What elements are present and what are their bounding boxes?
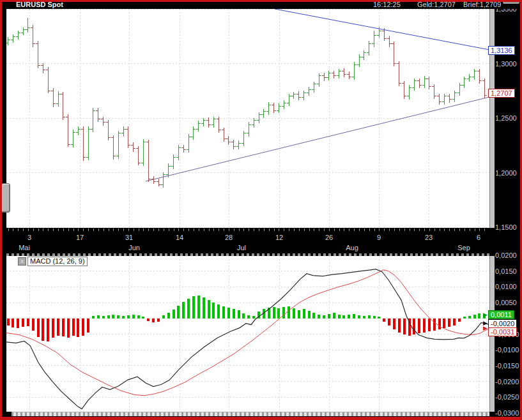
macd-axis-label: -0,0150 (495, 362, 519, 370)
time-axis-tick (384, 229, 385, 231)
price-axis-label: 1,1500 (495, 223, 517, 231)
bottom-scrollbar[interactable] (12, 412, 489, 416)
month-label: Mai (19, 244, 30, 251)
macd-value-label: -0,0020 (488, 319, 517, 328)
time-axis-tick (224, 229, 224, 231)
month-label: Sep (457, 244, 470, 251)
time-axis-tick (28, 229, 29, 231)
chart-window: EURUSD Spot 16:12:25 Geld:1,2707 Brief:1… (0, 0, 522, 420)
time-axis-tick (254, 229, 254, 231)
time-axis-tick (113, 229, 114, 231)
macd-chart (6, 256, 489, 412)
time-axis-tick (249, 229, 249, 231)
time-axis-tick (239, 229, 240, 231)
time-axis-tick (58, 229, 59, 231)
time-axis-tick (73, 229, 74, 231)
time-axis-tick (143, 229, 144, 231)
time-axis-tick (319, 229, 319, 231)
time-axis-tick (68, 229, 69, 231)
time-axis-tick (98, 229, 99, 231)
trendline-value-label: 1,3136 (488, 46, 515, 55)
macd-axis-label: 0,0150 (495, 267, 517, 275)
price-axis-label: 1,3000 (495, 60, 517, 68)
price-chart-plot[interactable] (6, 9, 489, 228)
time-axis-tick (359, 229, 360, 231)
month-label: Aug (346, 244, 358, 251)
time-axis-tick (169, 229, 169, 231)
macd-plot[interactable] (6, 256, 489, 412)
time-axis-tick (139, 229, 139, 231)
time-axis-tick (204, 229, 204, 231)
month-label: Jul (237, 244, 246, 251)
titlebar-button[interactable] (503, 1, 519, 4)
time-axis-tick (118, 229, 119, 231)
time-axis-tick (354, 229, 355, 231)
time-axis-tick (209, 229, 210, 231)
time-axis-tick (199, 229, 199, 231)
time-axis-tick (18, 229, 19, 231)
time-axis-tick (183, 229, 184, 231)
time-axis-tick (314, 229, 314, 231)
time-axis-tick (83, 229, 84, 231)
time-axis-tick (123, 229, 124, 231)
time-axis-tick (309, 229, 310, 231)
ask-quote: Brief:1,2709 (463, 1, 501, 8)
close-icon[interactable]: x (18, 257, 26, 266)
time-axis-tick (444, 229, 445, 231)
time-axis-tick (404, 229, 405, 231)
day-label: 12 (275, 234, 283, 241)
time-axis-tick (304, 229, 305, 231)
bid-quote: Geld:1,2707 (417, 1, 456, 8)
candlestick-chart (6, 9, 489, 228)
price-axis-label: 1,2500 (495, 114, 517, 122)
time-axis-tick (174, 229, 174, 231)
time-axis-tick (188, 229, 189, 231)
time-axis-tick (349, 229, 349, 231)
time-axis-tick (434, 229, 435, 231)
time-axis-tick (339, 229, 340, 231)
time-axis-tick (88, 229, 89, 231)
time-axis-tick (389, 229, 390, 231)
histogram-value-label: 0,0011 (488, 310, 514, 319)
time-axis-tick (78, 229, 79, 231)
time-axis-tick (459, 229, 460, 231)
macd-axis-label: -0,0250 (495, 393, 519, 401)
time-axis-tick (33, 229, 34, 231)
macd-axis-label: 0,0100 (495, 283, 517, 290)
month-label: Jun (128, 244, 140, 251)
day-label: 23 (425, 234, 433, 241)
time-axis-tick (440, 229, 440, 231)
time-axis-tick (38, 229, 39, 231)
time-axis-tick (424, 229, 425, 231)
time-axis-tick (294, 229, 295, 231)
time-axis-tick (379, 229, 380, 231)
time-axis-tick (8, 229, 9, 231)
time-axis-tick (43, 229, 43, 231)
macd-axis-label: -0,0200 (495, 378, 519, 386)
time-axis-tick (229, 229, 229, 231)
time-axis-tick (109, 229, 109, 231)
time-axis-tick (374, 229, 375, 231)
time-axis-tick (289, 229, 289, 231)
panel-grip-handle[interactable] (1, 183, 10, 213)
time-axis-tick (394, 229, 395, 231)
last-price-label: 1,2707 (488, 89, 515, 98)
time-axis-tick (369, 229, 370, 231)
time-axis-tick (410, 229, 410, 231)
title-bar[interactable]: EURUSD Spot 16:12:25 Geld:1,2707 Brief:1… (2, 0, 520, 9)
time-axis-tick (264, 229, 265, 231)
time-axis-tick (364, 229, 365, 231)
time-axis-tick (464, 229, 465, 231)
time-axis-tick (134, 229, 134, 231)
day-label: 17 (76, 234, 84, 241)
time-axis-tick (269, 229, 270, 231)
time-axis-tick (274, 229, 275, 231)
time-axis-tick (53, 229, 54, 231)
time-axis-tick (449, 229, 450, 231)
macd-legend: MACD (12, 26, 9) (27, 257, 88, 266)
time-axis-tick (324, 229, 325, 231)
macd-axis-label: -0,0300 (495, 409, 519, 417)
time-axis-tick (93, 229, 94, 231)
price-chart-scrollbar[interactable] (489, 9, 495, 228)
time-axis-tick (475, 229, 475, 231)
